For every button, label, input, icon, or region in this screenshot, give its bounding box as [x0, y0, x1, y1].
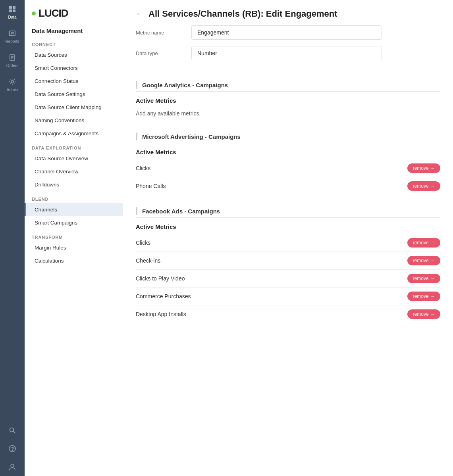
sidebar-item-campaigns-assignments[interactable]: Campaigns & Assignments [25, 127, 123, 140]
microsoft-advertising-title: Microsoft Advertising - Campaigns [142, 133, 241, 140]
svg-point-12 [11, 81, 13, 83]
google-analytics-title: Google Analytics - Campaigns [142, 82, 228, 88]
transform-section-title: TRANSFORM [25, 229, 123, 241]
sidebar-item-data-source-overview[interactable]: Data Source Overview [25, 152, 123, 165]
section-divider-2 [136, 132, 137, 140]
back-button[interactable]: ← [136, 10, 143, 18]
main-content: ← All Services/Channels (RB): Edit Engag… [123, 0, 453, 476]
admin-nav-item[interactable]: Admin [0, 73, 25, 97]
metric-row-commerce-purchases: Commerce Purchases remove → [136, 288, 440, 305]
sidebar-item-calculations[interactable]: Calculations [25, 254, 123, 267]
logo-dot [32, 12, 36, 15]
add-metrics-text: Add any available metrics. [136, 108, 440, 121]
icon-sidebar: Data Reports Orders [0, 0, 25, 476]
metric-name-input[interactable] [191, 25, 382, 40]
sidebar-item-data-source-client-mapping[interactable]: Data Source Client Mapping [25, 101, 123, 114]
data-type-row: Data type [136, 46, 440, 60]
sidebar-item-data-source-settings[interactable]: Data Source Settings [25, 88, 123, 101]
metric-row-desktop-app-installs: Desktop App Installs remove → [136, 305, 440, 323]
blend-section-title: BLEND [25, 191, 123, 203]
metric-row-clicks-play-video: Clicks to Play Video remove → [136, 270, 440, 288]
admin-icon [8, 77, 17, 86]
remove-commerce-purchases-button[interactable]: remove → [407, 292, 440, 301]
section-divider-3 [136, 207, 137, 215]
microsoft-metrics-title: Active Metrics [136, 149, 440, 155]
metric-name-commerce-purchases: Commerce Purchases [136, 293, 191, 299]
facebook-ads-title: Facebook Ads - Campaigns [142, 208, 220, 215]
page-header: ← All Services/Channels (RB): Edit Engag… [123, 0, 453, 25]
search-icon [8, 426, 17, 435]
microsoft-advertising-header: Microsoft Advertising - Campaigns [136, 129, 440, 143]
facebook-ads-header: Facebook Ads - Campaigns [136, 203, 440, 218]
remove-clicks-fb-button[interactable]: remove → [407, 238, 440, 248]
svg-point-17 [11, 464, 14, 467]
metric-name-clicks-play-video: Clicks to Play Video [136, 275, 185, 282]
user-nav-item[interactable] [8, 458, 17, 476]
section-divider [136, 81, 137, 89]
sidebar-item-data-sources[interactable]: Data Sources [25, 48, 123, 61]
data-type-label: Data type [136, 50, 183, 56]
metric-name-desktop-app-installs: Desktop App Installs [136, 311, 186, 317]
data-nav-item[interactable]: Data [0, 0, 25, 24]
reports-nav-label: Reports [5, 39, 19, 44]
help-icon: ? [8, 444, 17, 453]
orders-nav-label: Orders [6, 63, 19, 68]
microsoft-advertising-section: Microsoft Advertising - Campaigns Active… [123, 125, 453, 199]
metric-row-check-ins: Check-ins remove → [136, 252, 440, 270]
metric-name-clicks-ms: Clicks [136, 165, 150, 171]
remove-phone-calls-button[interactable]: remove → [407, 181, 440, 191]
svg-text:?: ? [11, 446, 14, 452]
connect-section-title: CONNECT [25, 36, 123, 48]
metric-name-check-ins: Check-ins [136, 257, 160, 264]
data-nav-label: Data [8, 15, 16, 19]
reports-nav-item[interactable]: Reports [0, 24, 25, 48]
page-title: All Services/Channels (RB): Edit Engagem… [148, 9, 337, 19]
remove-desktop-app-installs-button[interactable]: remove → [407, 309, 440, 319]
facebook-ads-section: Facebook Ads - Campaigns Active Metrics … [123, 199, 453, 327]
orders-nav-item[interactable]: Orders [0, 48, 25, 73]
metric-row-phone-calls: Phone Calls remove → [136, 177, 440, 195]
logo-area: LUCID [25, 0, 123, 23]
metric-name-row: Metric name [136, 25, 440, 40]
metric-row-clicks-ms: Clicks remove → [136, 159, 440, 177]
remove-clicks-play-video-button[interactable]: remove → [407, 274, 440, 283]
sidebar-item-naming-conventions[interactable]: Naming Conventions [25, 114, 123, 127]
sidebar-item-smart-connectors[interactable]: Smart Connectors [25, 61, 123, 75]
metric-name-clicks-fb: Clicks [136, 240, 150, 246]
data-exploration-section-title: DATA EXPLORATION [25, 140, 123, 152]
google-analytics-header: Google Analytics - Campaigns [136, 77, 440, 92]
reports-icon [8, 29, 17, 38]
sidebar-item-drilldowns[interactable]: Drilldowns [25, 178, 123, 191]
logo-text: LUCID [39, 7, 68, 19]
orders-icon [8, 53, 17, 62]
form-section: Metric name Data type [123, 25, 453, 73]
remove-check-ins-button[interactable]: remove → [407, 256, 440, 265]
admin-nav-label: Admin [7, 88, 18, 92]
sidebar-item-margin-rules[interactable]: Margin Rules [25, 241, 123, 254]
metric-name-label: Metric name [136, 30, 183, 36]
sidebar-item-channel-overview[interactable]: Channel Overview [25, 165, 123, 178]
svg-line-14 [13, 432, 15, 434]
facebook-metrics-title: Active Metrics [136, 223, 440, 230]
svg-rect-2 [9, 10, 12, 12]
google-analytics-section: Google Analytics - Campaigns Active Metr… [123, 73, 453, 125]
user-icon [8, 463, 17, 471]
svg-rect-1 [13, 6, 15, 9]
management-title: Data Management [25, 23, 123, 36]
metric-row-clicks-fb: Clicks remove → [136, 234, 440, 252]
help-nav-item[interactable]: ? [8, 440, 17, 458]
data-icon [8, 5, 17, 13]
metric-name-phone-calls: Phone Calls [136, 183, 166, 189]
sidebar-item-connection-status[interactable]: Connection Status [25, 75, 123, 88]
svg-rect-3 [13, 10, 15, 12]
sidebar-item-channels[interactable]: Channels [25, 203, 123, 216]
google-analytics-metrics-title: Active Metrics [136, 97, 440, 104]
svg-rect-0 [9, 6, 12, 9]
data-type-input[interactable] [191, 46, 382, 60]
sidebar-item-smart-campaigns[interactable]: Smart Campaigns [25, 216, 123, 229]
remove-clicks-ms-button[interactable]: remove → [407, 163, 440, 173]
nav-sidebar: LUCID Data Management CONNECT Data Sourc… [25, 0, 123, 476]
search-nav-item[interactable] [8, 421, 17, 440]
